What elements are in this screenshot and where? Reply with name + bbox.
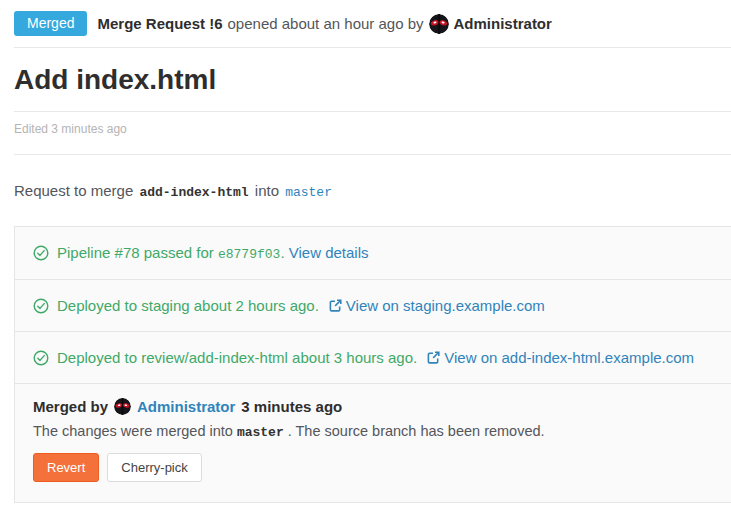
merged-actions: Revert Cherry-pick: [33, 453, 713, 482]
merger-avatar-icon[interactable]: [114, 398, 131, 415]
request-prefix: Request to merge: [14, 182, 133, 199]
cherry-pick-button[interactable]: Cherry-pick: [107, 453, 201, 482]
status-badge: Merged: [14, 11, 87, 36]
mr-header-text: Merge Request !6 opened about an hour ag…: [97, 14, 551, 34]
merged-by-prefix: Merged by: [33, 398, 108, 415]
author-avatar-icon[interactable]: [429, 14, 449, 34]
external-link-icon: [329, 299, 342, 312]
deploy-row-review: Deployed to review/add-index-html about …: [15, 332, 731, 384]
merged-by-line: Merged by Administrator 3 minutes ago: [33, 398, 713, 415]
deploy-text: Deployed to review/add-index-html about …: [57, 349, 417, 366]
edited-note: Edited 3 minutes ago: [14, 122, 731, 136]
request-to-merge-line: Request to merge add-index-html into mas…: [14, 182, 731, 200]
revert-button[interactable]: Revert: [33, 453, 99, 482]
merged-by-section: Merged by Administrator 3 minutes ago Th…: [15, 384, 731, 502]
view-details-link[interactable]: View details: [289, 244, 369, 261]
opened-text: opened about an hour ago by: [228, 15, 424, 32]
external-link-icon: [427, 351, 440, 364]
into-text: into: [255, 182, 279, 199]
view-environment-link[interactable]: View on add-index-html.example.com: [444, 349, 694, 366]
edited-divider: [14, 154, 731, 155]
mr-widget: Pipeline #78 passed for e8779f03. View d…: [14, 226, 731, 503]
check-circle-icon: [33, 350, 49, 366]
target-branch-link[interactable]: master: [285, 185, 332, 200]
mr-state-header: Merged Merge Request !6 opened about an …: [14, 10, 731, 37]
merged-time: 3 minutes ago: [241, 398, 342, 415]
pipeline-text: Pipeline #78 passed for e8779f03. View d…: [57, 244, 369, 262]
mr-title: Add index.html: [14, 63, 731, 97]
pipeline-status-row: Pipeline #78 passed for e8779f03. View d…: [15, 227, 731, 280]
merged-body-text: The changes were merged intomaster. The …: [33, 423, 713, 440]
check-circle-icon: [33, 298, 49, 314]
deploy-text: Deployed to staging about 2 hours ago.: [57, 297, 319, 314]
header-divider: [14, 47, 731, 48]
pipeline-sha: e8779f03: [218, 247, 280, 262]
source-branch: add-index-html: [139, 185, 248, 200]
merge-request-page: Merged Merge Request !6 opened about an …: [0, 0, 731, 503]
merged-target-branch: master: [237, 425, 284, 440]
deploy-row-staging: Deployed to staging about 2 hours ago. V…: [15, 280, 731, 332]
mr-reference: Merge Request !6: [97, 15, 222, 32]
merger-name-link[interactable]: Administrator: [137, 398, 235, 415]
title-divider: [14, 111, 731, 112]
check-circle-icon: [33, 245, 49, 261]
author-name-link[interactable]: Administrator: [454, 15, 552, 32]
view-environment-link[interactable]: View on staging.example.com: [346, 297, 545, 314]
